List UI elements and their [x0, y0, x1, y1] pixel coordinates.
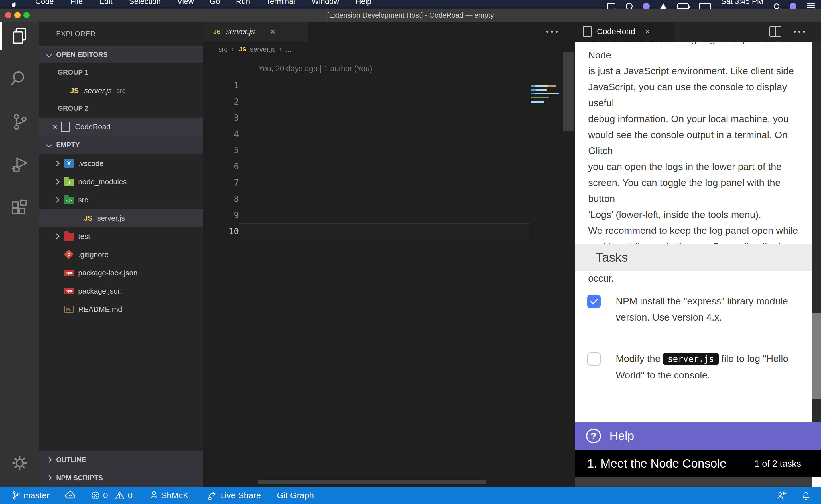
activity-extensions[interactable]	[0, 194, 39, 223]
tree-row[interactable]: node_modules	[39, 173, 203, 191]
editor-vertical-scrollbar[interactable]	[562, 22, 575, 487]
open-editors-header[interactable]: OPEN EDITORS	[39, 46, 203, 63]
file-name-label: .gitignore	[78, 250, 109, 259]
activity-search[interactable]	[0, 64, 39, 93]
notifications-bell-icon[interactable]	[801, 490, 811, 501]
keyboard-icon[interactable]	[699, 3, 711, 9]
menu-item[interactable]: Run	[236, 0, 250, 9]
menu-label: Run	[236, 0, 250, 8]
code-text	[239, 126, 562, 142]
instructions-line: screen. You can toggle the log panel wit…	[588, 175, 805, 206]
menu-label: Selection	[129, 0, 161, 8]
menu-item[interactable]: Edit	[99, 0, 113, 9]
macos-menubar: Code File Edit Selection View Go Run Ter…	[0, 0, 821, 9]
menu-item[interactable]: Selection	[129, 0, 161, 9]
js-file-icon	[238, 44, 248, 54]
person-icon	[150, 490, 158, 501]
help-button[interactable]: ? Help	[575, 422, 821, 450]
account-status[interactable]: ShMcK	[150, 490, 189, 501]
activity-explorer[interactable]	[0, 22, 39, 50]
battery-icon[interactable]	[677, 3, 689, 9]
spotlight-icon[interactable]	[774, 3, 779, 9]
tree-row[interactable]: package.json	[39, 282, 203, 300]
js-file-icon	[211, 26, 223, 37]
account-name: ShMcK	[161, 491, 189, 500]
split-editor-icon[interactable]	[769, 26, 781, 37]
code-chip: server.js	[663, 353, 719, 365]
line-number: 7	[203, 178, 239, 188]
menu-item[interactable]: File	[70, 0, 83, 9]
control-center-icon[interactable]	[807, 3, 815, 9]
pointer-icon[interactable]	[660, 3, 667, 9]
breadcrumb-src[interactable]: src	[219, 45, 228, 53]
tree-row[interactable]: server.js	[39, 209, 203, 227]
close-icon[interactable]: ×	[50, 122, 60, 132]
code-line: 8	[203, 191, 562, 207]
minimap[interactable]	[530, 51, 562, 450]
activity-settings[interactable]	[0, 449, 39, 477]
breadcrumb-separator-icon: ›	[279, 45, 282, 54]
open-editor-coderoad[interactable]: × CodeRoad	[39, 118, 203, 136]
line-number: 5	[203, 145, 239, 155]
menu-item[interactable]: Go	[210, 0, 220, 9]
editor-group: server.js × src › server.js › ... You, 2…	[203, 22, 575, 487]
menubar-clock[interactable]: Sat 3:45 PM	[721, 0, 763, 9]
menu-item[interactable]: Terminal	[266, 0, 295, 9]
sync-icon[interactable]	[626, 3, 633, 9]
npm-scripts-section-header[interactable]: NPM SCRIPTS	[39, 469, 203, 487]
task-item-1: NPM install the "express" library module…	[587, 295, 804, 325]
file-name-label: test	[78, 232, 90, 241]
checkbox-checked[interactable]	[587, 295, 600, 308]
siri-icon[interactable]	[790, 3, 797, 9]
problems-status[interactable]: 0 0	[91, 491, 132, 500]
coderoad-webview: be able to check what’s going on in your…	[575, 42, 821, 422]
display-icon[interactable]	[607, 3, 615, 9]
webview-scrollbar[interactable]	[812, 42, 821, 422]
activity-run-debug[interactable]	[0, 150, 39, 179]
breadcrumb-separator-icon: ›	[232, 45, 234, 54]
git-branch-status[interactable]: master	[11, 491, 50, 500]
tree-row[interactable]: package-lock.json	[39, 264, 203, 282]
breadcrumb-symbol[interactable]: ...	[286, 45, 292, 53]
explorer-sidebar: EXPLORER OPEN EDITORS GROUP 1 server.js …	[39, 22, 203, 487]
tree-row[interactable]: src	[39, 191, 203, 209]
tree-row[interactable]: README.md	[39, 300, 203, 318]
instructions-line: debug information. On your local machine…	[588, 111, 805, 127]
menu-item[interactable]: Help	[356, 0, 371, 9]
live-share-button[interactable]: Live Share	[207, 490, 261, 501]
activity-source-control[interactable]	[0, 108, 39, 136]
open-editor-server-js[interactable]: server.js src	[39, 81, 203, 100]
siri-orb-icon[interactable]	[643, 3, 650, 9]
scrollbar-corner	[812, 477, 821, 487]
tree-row[interactable]: .vscode	[39, 154, 203, 173]
close-tab-icon[interactable]: ×	[268, 27, 278, 36]
more-actions-icon[interactable]	[794, 31, 805, 33]
git-graph-button[interactable]: Git Graph	[277, 491, 314, 500]
checkbox-unchecked[interactable]	[587, 352, 600, 366]
menu-item[interactable]: Code	[35, 0, 54, 9]
tree-row[interactable]: .gitignore	[39, 245, 203, 264]
menu-item[interactable]: Window	[312, 0, 339, 9]
editor-horizontal-scrollbar[interactable]	[258, 480, 486, 484]
close-tab-icon[interactable]: ×	[643, 27, 652, 36]
branch-name: master	[23, 491, 50, 500]
menu-item[interactable]: View	[177, 0, 194, 9]
code-line: 2	[203, 93, 562, 110]
apple-menu-icon[interactable]	[10, 2, 17, 9]
code-text	[239, 158, 562, 175]
editor-actions-more-icon[interactable]	[546, 31, 557, 33]
tab-coderoad[interactable]: CodeRoad ×	[575, 22, 674, 42]
tree-row[interactable]: test	[39, 227, 203, 245]
feedback-person-icon[interactable]	[777, 490, 788, 501]
code-area[interactable]: 1 const express = require("express"); 2 …	[203, 77, 562, 239]
tab-server-js[interactable]: server.js ×	[203, 22, 308, 42]
scrollbar-thumb[interactable]	[812, 313, 821, 399]
outline-section-header[interactable]: OUTLINE	[39, 451, 203, 469]
menubar-status-icons: Sat 3:45 PM	[607, 0, 815, 9]
file-icon	[60, 121, 71, 132]
breadcrumb-server-js[interactable]: server.js	[250, 45, 275, 53]
folder-section-header[interactable]: EMPTY	[39, 136, 203, 154]
scrollbar-thumb[interactable]	[563, 52, 574, 131]
file-name-label: node_modules	[78, 177, 127, 186]
sync-changes-button[interactable]	[64, 490, 76, 501]
